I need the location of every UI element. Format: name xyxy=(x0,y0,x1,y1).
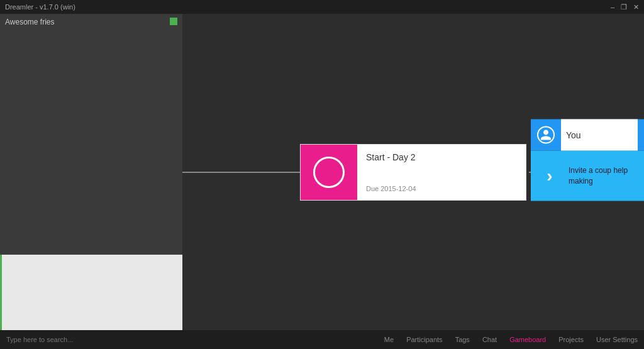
main-area: Awesome fries Start - Day 2 Due 2015-12-… xyxy=(0,14,644,330)
sidebar: Awesome fries xyxy=(0,14,182,330)
title-bar-title: Dreamler - v1.7.0 (win) xyxy=(5,3,75,11)
task-title: Start - Day 2 xyxy=(366,152,517,162)
chevron-right-icon: › xyxy=(537,163,562,188)
minimize-button[interactable]: – xyxy=(611,3,614,11)
nav-item-gameboard[interactable]: Gameboard xyxy=(509,336,546,343)
search-container[interactable] xyxy=(6,335,132,344)
task-card-color-left xyxy=(301,145,357,200)
status-indicator xyxy=(170,18,177,25)
nav-item-participants[interactable]: Participants xyxy=(406,336,442,343)
nav-item-user-settings[interactable]: User Settings xyxy=(596,336,638,343)
sidebar-card xyxy=(0,255,182,330)
sidebar-header: Awesome fries xyxy=(0,14,182,30)
task-circle-icon xyxy=(313,157,345,188)
nav-item-tags[interactable]: Tags xyxy=(455,336,470,343)
restore-button[interactable]: ❐ xyxy=(621,3,627,11)
nav-items: MeParticipantsTagsChatGameboardProjectsU… xyxy=(384,336,638,343)
right-panel-header: You xyxy=(531,119,644,150)
right-panel-body: › Invite a coup help making xyxy=(531,150,644,201)
project-name: Awesome fries xyxy=(5,18,54,26)
task-card-content: Start - Day 2 Due 2015-12-04 xyxy=(357,145,526,200)
right-panel[interactable]: You › Invite a coup help making xyxy=(531,119,644,201)
user-name-label: You xyxy=(561,119,638,150)
bottom-navigation: MeParticipantsTagsChatGameboardProjectsU… xyxy=(0,330,644,349)
nav-item-me[interactable]: Me xyxy=(384,336,394,343)
nav-item-projects[interactable]: Projects xyxy=(558,336,584,343)
close-button[interactable]: ✕ xyxy=(633,3,639,11)
search-input[interactable] xyxy=(6,336,132,343)
avatar-icon xyxy=(537,126,555,143)
nav-item-chat[interactable]: Chat xyxy=(482,336,497,343)
title-bar-controls: – ❐ ✕ xyxy=(611,3,639,11)
task-due-date: Due 2015-12-04 xyxy=(366,185,517,192)
canvas-area[interactable]: Start - Day 2 Due 2015-12-04 You › Invit… xyxy=(182,14,644,330)
invite-text: Invite a coup help making xyxy=(569,165,638,186)
title-bar: Dreamler - v1.7.0 (win) – ❐ ✕ xyxy=(0,0,644,14)
task-card[interactable]: Start - Day 2 Due 2015-12-04 xyxy=(300,144,526,201)
